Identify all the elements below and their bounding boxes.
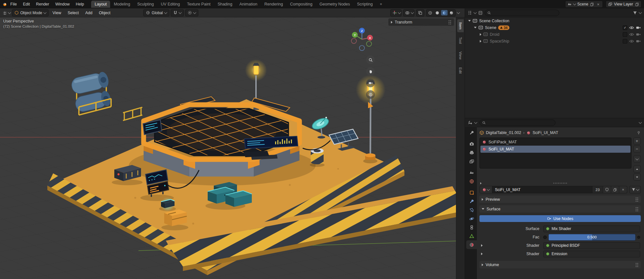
material-users-count[interactable]: 23 xyxy=(592,186,603,193)
table-screen-front[interactable] xyxy=(244,136,298,149)
tab-view-layer[interactable] xyxy=(466,157,477,166)
perspective-toggle-button[interactable] xyxy=(366,90,375,99)
breadcrumb-material[interactable]: SciFi_UI_MAT xyxy=(533,130,558,135)
surface-shader-select[interactable]: Mix Shader xyxy=(543,226,640,232)
chevron-down-icon[interactable] xyxy=(639,120,642,124)
disable-render-camera-icon[interactable] xyxy=(636,26,641,29)
fac-slider[interactable]: 0.500 xyxy=(548,234,636,241)
material-name-field[interactable]: SciFi_UI_MAT xyxy=(492,186,592,193)
browse-material-button[interactable] xyxy=(479,186,492,193)
outliner-search[interactable] xyxy=(485,10,559,16)
add-workspace-button[interactable]: + xyxy=(376,1,385,8)
material-slot-row-active[interactable]: SciFi_UI_MAT xyxy=(480,146,630,153)
zoom-button[interactable] xyxy=(366,55,375,64)
chevron-down-icon[interactable] xyxy=(457,11,460,14)
navigation-gizmo[interactable]: Z Y X xyxy=(348,25,376,53)
viewport-menu-object[interactable]: Object xyxy=(96,10,113,16)
list-resize-grip[interactable] xyxy=(479,181,641,185)
remove-slot-button[interactable] xyxy=(633,146,641,152)
tab-physics[interactable] xyxy=(466,214,477,223)
move-slot-down-button[interactable] xyxy=(633,174,641,180)
collection-checkbox[interactable] xyxy=(623,32,627,37)
shading-wireframe-icon[interactable] xyxy=(427,10,433,15)
expand-node-icon[interactable] xyxy=(481,253,483,255)
workspace-tab-layout[interactable]: Layout xyxy=(91,1,110,8)
surface-section-header[interactable]: Surface xyxy=(479,205,641,213)
pan-button[interactable] xyxy=(366,67,375,76)
gizmo-y-negative[interactable] xyxy=(366,41,372,46)
viewport-menu-add[interactable]: Add xyxy=(83,10,95,16)
workspace-tab-animation[interactable]: Animation xyxy=(236,1,261,8)
animate-decorator-icon[interactable] xyxy=(637,236,640,239)
gizmo-z-negative[interactable] xyxy=(359,45,365,51)
proportional-editing-control[interactable] xyxy=(185,9,198,16)
transform-panel-header[interactable]: Transform xyxy=(388,18,454,26)
outliner-editor-icon[interactable] xyxy=(468,11,472,15)
outliner-row-scene[interactable]: Scene 34 xyxy=(465,24,644,31)
tab-particles[interactable] xyxy=(466,206,477,214)
disclosure-icon[interactable] xyxy=(480,40,481,43)
disclosure-icon[interactable] xyxy=(474,27,477,28)
material-slot-row[interactable]: SciFiPack_MAT xyxy=(480,139,630,146)
tab-tool[interactable] xyxy=(466,128,477,137)
disable-render-camera-icon[interactable] xyxy=(636,39,641,43)
collection-checkbox[interactable] xyxy=(623,25,627,30)
viewport-canvas[interactable]: User Perspective (72) Scene Collection |… xyxy=(0,17,456,279)
workspace-tab-rendering[interactable]: Rendering xyxy=(261,1,287,8)
snapping-control[interactable] xyxy=(171,9,184,16)
show-gizmo-icon[interactable] xyxy=(391,10,398,15)
view-layer-selector[interactable]: View Layer xyxy=(606,1,641,8)
tab-render[interactable] xyxy=(466,140,477,148)
slot-specials-button[interactable] xyxy=(633,156,641,162)
disclosure-icon[interactable] xyxy=(468,20,471,22)
shading-material-preview-icon[interactable] xyxy=(441,10,448,15)
disable-render-camera-icon[interactable] xyxy=(636,33,641,36)
disclosure-icon[interactable] xyxy=(480,33,481,36)
tab-output[interactable] xyxy=(466,148,477,157)
outliner-row-spaceship[interactable]: SpaceShip xyxy=(465,38,644,44)
add-slot-button[interactable] xyxy=(633,138,641,144)
new-scene-icon[interactable] xyxy=(590,2,594,6)
unlink-material-button[interactable] xyxy=(619,186,627,193)
outliner-search-input[interactable] xyxy=(493,11,557,15)
new-material-button[interactable] xyxy=(611,186,619,193)
collection-checkbox[interactable] xyxy=(623,39,627,43)
gizmo-x-negative[interactable] xyxy=(351,38,356,43)
blender-logo[interactable] xyxy=(3,2,7,6)
xray-toggle[interactable] xyxy=(416,9,424,16)
material-filter-button[interactable] xyxy=(629,186,641,193)
fake-user-button[interactable] xyxy=(603,186,611,193)
outliner-row-droid[interactable]: Droid xyxy=(465,31,644,38)
shading-solid-icon[interactable] xyxy=(434,10,440,15)
filter-funnel-icon[interactable] xyxy=(633,11,637,15)
shader2-select[interactable]: Emission xyxy=(543,251,640,257)
workspace-tab-modeling[interactable]: Modeling xyxy=(110,1,134,8)
sidebar-tab-edit[interactable]: Edit xyxy=(457,64,464,77)
display-mode-icon[interactable] xyxy=(478,11,483,15)
tab-material[interactable] xyxy=(466,240,477,249)
hazard-barrel[interactable] xyxy=(310,148,325,167)
sidebar-tab-item[interactable]: Item xyxy=(457,19,464,32)
shader1-select[interactable]: Principled BSDF xyxy=(543,242,640,249)
workspace-tab-compositing[interactable]: Compositing xyxy=(287,1,316,8)
menu-file[interactable]: File xyxy=(7,1,20,7)
animate-decorator-icon[interactable] xyxy=(543,236,547,239)
camera-view-button[interactable] xyxy=(366,79,375,87)
editor-type-icon[interactable] xyxy=(3,11,7,15)
hide-eye-icon[interactable] xyxy=(629,33,634,36)
shading-rendered-icon[interactable] xyxy=(448,10,455,15)
menu-render[interactable]: Render xyxy=(33,1,52,7)
tab-world[interactable] xyxy=(466,177,477,186)
tab-object[interactable] xyxy=(466,188,477,197)
menu-edit[interactable]: Edit xyxy=(20,1,33,7)
tab-scene[interactable] xyxy=(466,168,477,177)
overlays-icon[interactable] xyxy=(404,10,411,15)
tab-modifiers[interactable] xyxy=(466,197,477,206)
sidebar-tab-tool[interactable]: Tool xyxy=(457,34,464,47)
transform-orientation-selector[interactable]: Global xyxy=(143,9,169,16)
hide-eye-icon[interactable] xyxy=(629,40,634,43)
move-slot-up-button[interactable] xyxy=(633,166,641,172)
tab-object-data[interactable] xyxy=(466,232,477,240)
sidebar-tab-view[interactable]: View xyxy=(457,49,464,63)
chevron-down-icon[interactable] xyxy=(474,120,478,124)
